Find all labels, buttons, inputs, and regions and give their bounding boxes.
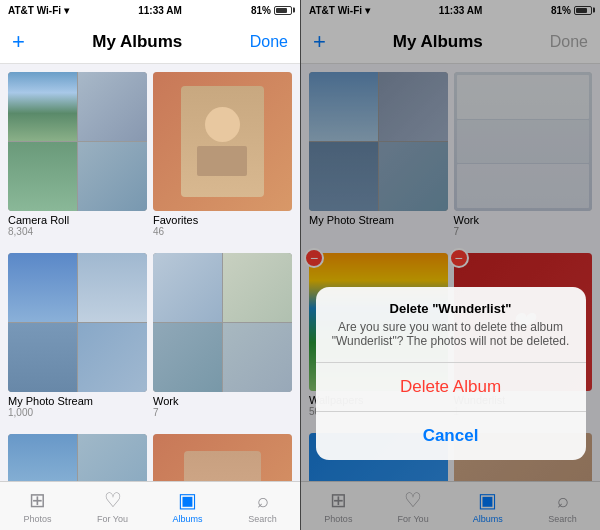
battery-icon-left — [274, 6, 292, 15]
dialog-overlay: Delete "Wunderlist" Are you sure you wan… — [301, 0, 600, 530]
tab-search-label-left: Search — [248, 514, 277, 524]
album-thumb-cam-roll-edit — [8, 434, 147, 481]
album-thumb-camera-roll — [8, 72, 147, 211]
dialog-title: Delete "Wunderlist" — [316, 287, 586, 320]
album-row-2: My Photo Stream 1,000 Work 7 — [8, 253, 292, 418]
album-label-work-left: Work — [153, 395, 292, 407]
nav-bar-left: + My Albums Done — [0, 20, 300, 64]
tab-foryou-left[interactable]: ♡ For You — [75, 488, 150, 524]
album-label-camera-roll: Camera Roll — [8, 214, 147, 226]
album-row-1: Camera Roll 8,304 Favorites 46 — [8, 72, 292, 237]
album-label-photo-stream: My Photo Stream — [8, 395, 147, 407]
album-count-photo-stream: 1,000 — [8, 407, 147, 418]
carrier-left: AT&T Wi-Fi — [8, 5, 61, 16]
album-count-favorites: 46 — [153, 226, 292, 237]
foryou-icon-left: ♡ — [104, 488, 122, 512]
tab-albums-label-left: Albums — [172, 514, 202, 524]
album-item-cam-roll-edit[interactable]: Camera Roll 8,304 — [8, 434, 147, 481]
album-thumb-favorites — [153, 72, 292, 211]
album-thumb-fav-edit — [153, 434, 292, 481]
album-item-photo-stream-left[interactable]: My Photo Stream 1,000 — [8, 253, 147, 418]
album-label-favorites: Favorites — [153, 214, 292, 226]
status-bar-left: AT&T Wi-Fi ▾ 11:33 AM 81% — [0, 0, 300, 20]
action-sheet: Delete "Wunderlist" Are you sure you wan… — [316, 287, 586, 460]
done-button-left[interactable]: Done — [250, 33, 288, 51]
time-left: 11:33 AM — [138, 5, 182, 16]
tab-photos-label-left: Photos — [23, 514, 51, 524]
add-album-button-left[interactable]: + — [12, 29, 25, 55]
album-item-fav-edit[interactable]: Favorites 46 — [153, 434, 292, 481]
wifi-icon-left: ▾ — [64, 5, 69, 16]
battery-pct-left: 81% — [251, 5, 271, 16]
album-count-work-left: 7 — [153, 407, 292, 418]
album-item-camera-roll[interactable]: Camera Roll 8,304 — [8, 72, 147, 237]
tab-albums-left[interactable]: ▣ Albums — [150, 488, 225, 524]
albums-icon-left: ▣ — [178, 488, 197, 512]
left-phone: AT&T Wi-Fi ▾ 11:33 AM 81% + My Albums Do… — [0, 0, 300, 530]
dialog-message: Are you sure you want to delete the albu… — [316, 320, 586, 363]
delete-album-button[interactable]: Delete Album — [316, 363, 586, 412]
tab-bar-left: ⊞ Photos ♡ For You ▣ Albums ⌕ Search — [0, 481, 300, 530]
album-thumb-work-left — [153, 253, 292, 392]
photos-icon-left: ⊞ — [29, 488, 46, 512]
album-thumb-photo-stream-left — [8, 253, 147, 392]
tab-search-left[interactable]: ⌕ Search — [225, 489, 300, 524]
search-icon-left: ⌕ — [257, 489, 269, 512]
album-count-camera-roll: 8,304 — [8, 226, 147, 237]
tab-photos-left[interactable]: ⊞ Photos — [0, 488, 75, 524]
cancel-button[interactable]: Cancel — [316, 412, 586, 460]
album-item-work-left[interactable]: Work 7 — [153, 253, 292, 418]
album-row-3-editing: Camera Roll 8,304 Favorites 46 — [8, 434, 292, 481]
album-item-favorites[interactable]: Favorites 46 — [153, 72, 292, 237]
album-grid-left: Camera Roll 8,304 Favorites 46 — [0, 64, 300, 481]
page-title-left: My Albums — [92, 32, 182, 52]
right-phone: AT&T Wi-Fi ▾ 11:33 AM 81% + My Albums Do… — [300, 0, 600, 530]
tab-foryou-label-left: For You — [97, 514, 128, 524]
